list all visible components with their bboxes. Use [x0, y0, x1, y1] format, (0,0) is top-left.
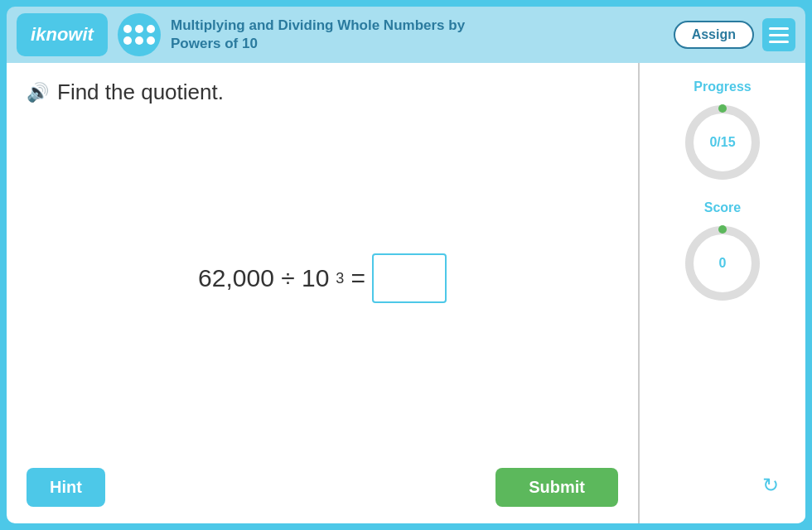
- math-area: 62,000 ÷ 103 =: [27, 130, 618, 426]
- dot: [135, 36, 143, 45]
- logo: iknowit: [17, 13, 108, 56]
- hamburger-line: [769, 41, 789, 43]
- progress-gauge: 0/15: [681, 101, 764, 184]
- hamburger-line: [769, 27, 789, 30]
- equals-sign: =: [350, 264, 365, 292]
- progress-label: Progress: [694, 80, 751, 94]
- question-text: Find the quotient.: [57, 80, 224, 105]
- dot: [147, 25, 155, 33]
- left-panel: 🔊 Find the quotient. 62,000 ÷ 103 = Hint…: [7, 63, 640, 523]
- logo-text: iknowit: [31, 24, 94, 46]
- hint-button[interactable]: Hint: [27, 468, 105, 507]
- speaker-icon[interactable]: 🔊: [27, 82, 49, 104]
- back-icon[interactable]: ↻: [762, 474, 779, 497]
- assign-button[interactable]: Assign: [674, 21, 754, 49]
- answer-input[interactable]: [372, 253, 447, 303]
- dot: [147, 36, 155, 45]
- right-panel: Progress 0/15 Score: [640, 63, 805, 523]
- main-content: 🔊 Find the quotient. 62,000 ÷ 103 = Hint…: [7, 63, 805, 523]
- submit-button[interactable]: Submit: [495, 468, 618, 507]
- bottom-buttons: Hint Submit: [27, 460, 618, 507]
- progress-section: Progress 0/15: [681, 80, 764, 184]
- menu-button[interactable]: [762, 18, 795, 51]
- header: iknowit Multiplying and Dividing Whole N…: [7, 7, 805, 63]
- question-header: 🔊 Find the quotient.: [27, 80, 618, 105]
- dot: [123, 25, 132, 33]
- progress-value: 0/15: [709, 135, 735, 150]
- score-value: 0: [719, 256, 727, 271]
- dots-grid: [123, 25, 155, 45]
- header-title: Multiplying and Dividing Whole Numbers b…: [171, 17, 664, 53]
- score-gauge: 0: [681, 222, 764, 305]
- gauge-dot: [718, 104, 727, 113]
- expression-left: 62,000 ÷ 10: [198, 264, 329, 292]
- score-label: Score: [704, 200, 741, 215]
- header-right: Assign: [674, 18, 795, 51]
- dot: [135, 25, 143, 33]
- score-gauge-dot: [718, 225, 727, 234]
- activity-icon: [118, 13, 161, 56]
- score-section: Score 0: [681, 200, 764, 305]
- dot: [123, 36, 132, 45]
- math-expression: 62,000 ÷ 103 =: [198, 253, 447, 303]
- hamburger-line: [769, 34, 789, 36]
